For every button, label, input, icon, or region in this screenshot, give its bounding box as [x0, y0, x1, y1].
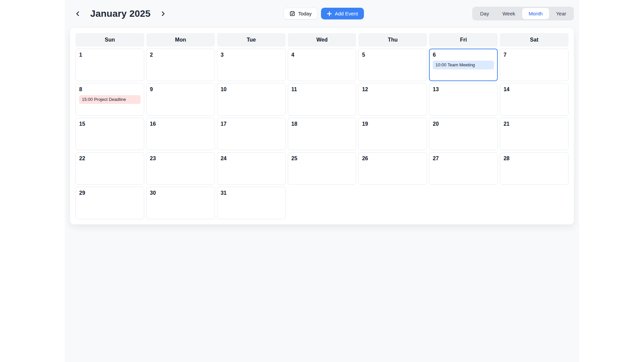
- calendar-check-icon: [289, 11, 295, 16]
- day-number: 2: [150, 52, 211, 58]
- weekday-header-mon: Mon: [146, 33, 215, 47]
- day-cell-11[interactable]: 11: [288, 83, 357, 116]
- view-option-month[interactable]: Month: [522, 8, 549, 19]
- day-number: 28: [503, 155, 565, 162]
- day-cell-22[interactable]: 22: [75, 152, 144, 185]
- event-pill[interactable]: 15:00 Project Deadline: [79, 95, 141, 104]
- day-number: 17: [221, 121, 282, 127]
- day-cell-25[interactable]: 25: [288, 152, 357, 185]
- add-event-button-label: Add Event: [335, 11, 358, 16]
- weekday-header-sun: Sun: [75, 33, 144, 47]
- toolbar-actions: Today Add Event: [283, 8, 364, 19]
- day-cell-15[interactable]: 15: [75, 118, 144, 150]
- chevron-right-icon: [160, 11, 166, 17]
- empty-cell: [429, 187, 498, 219]
- day-cell-31[interactable]: 31: [217, 187, 286, 219]
- day-cell-21[interactable]: 21: [500, 118, 569, 150]
- day-cell-19[interactable]: 19: [358, 118, 427, 150]
- day-number: 23: [150, 155, 211, 162]
- day-number: 27: [433, 155, 494, 162]
- day-number: 31: [221, 190, 282, 196]
- empty-cell: [288, 187, 357, 219]
- day-number: 21: [503, 121, 565, 127]
- day-number: 9: [150, 86, 211, 93]
- day-cell-26[interactable]: 26: [358, 152, 427, 185]
- day-cell-17[interactable]: 17: [217, 118, 286, 150]
- month-navigation: January 2025: [70, 8, 279, 19]
- day-number: 12: [362, 86, 423, 93]
- today-button[interactable]: Today: [283, 8, 318, 19]
- day-cell-2[interactable]: 2: [146, 49, 215, 81]
- day-cell-20[interactable]: 20: [429, 118, 498, 150]
- event-pill[interactable]: 10:00 Team Meeting: [433, 61, 494, 69]
- view-switcher-wrap: DayWeekMonthYear: [368, 7, 574, 20]
- day-number: 20: [433, 121, 494, 127]
- calendar-card: SunMonTueWedThuFriSat12345610:00 Team Me…: [70, 28, 574, 225]
- day-number: 11: [291, 86, 353, 93]
- day-number: 24: [221, 155, 282, 162]
- view-option-day[interactable]: Day: [474, 8, 495, 19]
- day-cell-29[interactable]: 29: [75, 187, 144, 219]
- chevron-left-icon: [75, 11, 81, 17]
- add-event-button[interactable]: Add Event: [321, 8, 364, 19]
- plus-icon: [327, 11, 332, 16]
- day-cell-24[interactable]: 24: [217, 152, 286, 185]
- weekday-header-thu: Thu: [358, 33, 427, 47]
- calendar-toolbar: January 2025 Today: [65, 0, 579, 27]
- day-cell-14[interactable]: 14: [500, 83, 569, 116]
- day-cell-13[interactable]: 13: [429, 83, 498, 116]
- day-cell-5[interactable]: 5: [358, 49, 427, 81]
- weekday-header-wed: Wed: [288, 33, 357, 47]
- day-number: 14: [503, 86, 565, 93]
- day-cell-30[interactable]: 30: [146, 187, 215, 219]
- day-number: 22: [79, 155, 141, 162]
- day-cell-6[interactable]: 610:00 Team Meeting: [429, 49, 498, 81]
- day-number: 16: [150, 121, 211, 127]
- day-number: 6: [433, 52, 494, 58]
- day-cell-7[interactable]: 7: [500, 49, 569, 81]
- day-number: 8: [79, 86, 141, 93]
- day-number: 25: [291, 155, 353, 162]
- day-number: 18: [291, 121, 353, 127]
- day-cell-1[interactable]: 1: [75, 49, 144, 81]
- day-cell-16[interactable]: 16: [146, 118, 215, 150]
- day-cell-18[interactable]: 18: [288, 118, 357, 150]
- day-cell-3[interactable]: 3: [217, 49, 286, 81]
- day-number: 19: [362, 121, 423, 127]
- app-container: January 2025 Today: [65, 0, 579, 362]
- day-number: 30: [150, 190, 211, 196]
- today-button-label: Today: [298, 11, 312, 16]
- next-month-button[interactable]: [159, 9, 167, 18]
- empty-cell: [500, 187, 569, 219]
- day-cell-28[interactable]: 28: [500, 152, 569, 185]
- calendar-grid: SunMonTueWedThuFriSat12345610:00 Team Me…: [75, 33, 569, 219]
- weekday-header-sat: Sat: [500, 33, 569, 47]
- weekday-header-fri: Fri: [429, 33, 498, 47]
- day-number: 29: [79, 190, 141, 196]
- day-number: 4: [291, 52, 353, 58]
- day-number: 13: [433, 86, 494, 93]
- day-number: 5: [362, 52, 423, 58]
- day-number: 1: [79, 52, 141, 58]
- view-option-year[interactable]: Year: [550, 8, 573, 19]
- day-number: 26: [362, 155, 423, 162]
- day-number: 10: [221, 86, 282, 93]
- view-option-week[interactable]: Week: [496, 8, 522, 19]
- page-title: January 2025: [90, 8, 151, 19]
- day-cell-8[interactable]: 815:00 Project Deadline: [75, 83, 144, 116]
- day-cell-10[interactable]: 10: [217, 83, 286, 116]
- day-number: 15: [79, 121, 141, 127]
- day-cell-4[interactable]: 4: [288, 49, 357, 81]
- day-number: 3: [221, 52, 282, 58]
- prev-month-button[interactable]: [73, 9, 82, 18]
- empty-cell: [358, 187, 427, 219]
- weekday-header-tue: Tue: [217, 33, 286, 47]
- day-cell-23[interactable]: 23: [146, 152, 215, 185]
- day-cell-12[interactable]: 12: [358, 83, 427, 116]
- day-number: 7: [503, 52, 565, 58]
- day-cell-9[interactable]: 9: [146, 83, 215, 116]
- view-switcher: DayWeekMonthYear: [472, 7, 574, 20]
- day-cell-27[interactable]: 27: [429, 152, 498, 185]
